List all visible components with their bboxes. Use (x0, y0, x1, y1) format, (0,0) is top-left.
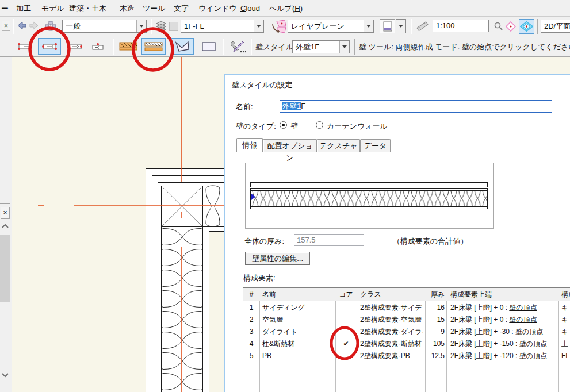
menu-item-6[interactable]: 文字 (174, 3, 189, 14)
cell-6: キ (561, 326, 570, 338)
table-row[interactable]: 3ダイライト2壁構成要素-ダイライト92F床梁 [上階] + -30 : 壁の頂… (243, 326, 570, 338)
table-row[interactable]: 5PB2壁構成要素-PB12.52F床梁 [上階] + -120 : 壁の頂点F… (243, 350, 570, 362)
chevron-down-icon[interactable] (2, 373, 9, 378)
chevron-down-icon[interactable] (339, 41, 349, 53)
header-5: 構成要素上端 (450, 288, 557, 301)
radio-curtain-wall[interactable] (316, 121, 323, 129)
total-thickness-field[interactable]: 157.5 (294, 234, 364, 246)
cell-1: サイディング (262, 302, 334, 314)
wall-tool-mode-bar: 壁スタイル: 外壁1F 壁 ツール: 両側線作成 モード. 壁の始点でクリックし… (0, 36, 570, 57)
wall-mode-both-lines-icon[interactable] (38, 38, 61, 55)
core-checkmark (335, 326, 357, 338)
core-checkmark (335, 302, 357, 314)
cell-top-bound: 2F床梁 [上階] + -150 : 壁の頂点 (450, 338, 557, 350)
cell-0: 4 (243, 338, 259, 350)
radio-wall[interactable] (280, 121, 287, 129)
plane-combo[interactable]: レイヤプレーン (288, 20, 374, 33)
palette-close-button[interactable]: × (1, 207, 10, 219)
magnifier-icon[interactable] (494, 21, 503, 31)
cell-4: 16 (426, 302, 445, 314)
flyover-icon[interactable] (519, 19, 534, 34)
menu-item-7[interactable]: ウインドウ (198, 3, 237, 14)
menu-item-8[interactable]: Cloud (240, 3, 260, 14)
layers-icon[interactable] (155, 20, 167, 32)
tool-preferences-icon[interactable] (227, 38, 248, 55)
tab-3[interactable]: データ (360, 139, 391, 152)
chevron-up-icon[interactable] (2, 224, 9, 228)
saved-view-value: 一般 (63, 21, 136, 32)
top-bound-link: 壁の頂点 (509, 316, 537, 324)
tab-2[interactable]: テクスチャ (317, 139, 360, 152)
menu-item-3[interactable]: 建築・土木 (69, 3, 106, 14)
cell-0: 2 (243, 314, 259, 326)
cell-6: キ (561, 314, 570, 326)
table-row[interactable]: 2空気層2壁構成要素-空気層152F床梁 [上階] + 0 : 壁の頂点キ (243, 314, 570, 326)
scale-input[interactable]: 1:100 (433, 20, 489, 32)
polygon-mode-icon[interactable] (171, 38, 194, 55)
forward-arrow-icon[interactable] (29, 21, 40, 30)
chevron-down-icon[interactable] (254, 20, 263, 32)
header-3: クラス (360, 288, 423, 301)
separator (411, 19, 411, 34)
separator (354, 39, 355, 55)
wall-mode-right-line-icon[interactable] (64, 38, 85, 55)
wall-mode-left-line-icon[interactable] (15, 38, 36, 55)
chevron-down-icon[interactable] (396, 20, 405, 33)
menu-item-4[interactable]: 木造 (120, 3, 135, 14)
layer-value: 1F-FL (181, 22, 254, 30)
name-selected-text: 外壁1 (282, 102, 301, 110)
cell-3: 2壁構成要素-空気層 (360, 314, 423, 326)
tab-baseline (225, 152, 570, 152)
edit-wall-attributes-button[interactable]: 壁属性の編集... (245, 252, 310, 265)
header-1: 名前 (262, 288, 334, 301)
wall-style-label: 壁スタイル: (255, 42, 296, 52)
core-checkmark: ✔ (335, 338, 357, 350)
radio-curtain-wall-label: カーテンウォール (327, 121, 388, 132)
plan-rotation-icon[interactable] (504, 20, 518, 33)
table-row[interactable]: 4柱&断熱材✔2壁構成要素-断熱材1052F床梁 [上階] + -150 : 壁… (243, 338, 570, 350)
tab-1[interactable]: 配置オプション (263, 139, 317, 152)
toolbar-close-button[interactable]: × (2, 21, 10, 31)
menu-item-1[interactable]: 加工 (16, 3, 31, 14)
layer-combo[interactable]: 1F-FL (181, 20, 264, 33)
cell-1: 柱&断熱材 (262, 338, 334, 350)
top-bound-offset: 2F床梁 [上階] + 0 : (450, 303, 509, 312)
chevron-down-icon[interactable] (136, 20, 146, 32)
chevron-down-icon[interactable] (364, 20, 373, 32)
wall-component-split-mode-icon[interactable] (141, 38, 166, 55)
view-toolbar: × 一般 1F-FL (0, 17, 570, 36)
rectangle-mode-icon[interactable] (198, 38, 219, 55)
view-mode-combo[interactable]: 2D/平面 (541, 20, 570, 33)
wall-preview (245, 163, 494, 229)
table-row[interactable]: 1サイディング2壁構成要素-サイディング162F床梁 [上階] + 0 : 壁の… (243, 302, 570, 314)
name-input[interactable]: 外壁1F (280, 100, 552, 113)
tab-0[interactable]: 情報 (236, 138, 263, 152)
wall-type-label: 壁のタイプ: (236, 121, 276, 132)
wall-component-mode-icon[interactable] (117, 38, 140, 55)
menu-item-0[interactable]: ー (1, 3, 9, 14)
top-bound-offset: 2F床梁 [上階] + 0 : (450, 316, 509, 324)
separator (113, 39, 113, 55)
palette-scrollbar[interactable] (0, 235, 10, 302)
rotate-plan-icon[interactable] (271, 19, 287, 34)
sheet-icon[interactable] (380, 19, 395, 33)
menu-item-2[interactable]: モデル (41, 3, 64, 14)
menu-item-5[interactable]: ツール (143, 3, 166, 14)
total-thickness-label: 全体の厚み: (244, 236, 284, 247)
radio-wall-label: 壁 (290, 121, 298, 132)
total-thickness-note: （構成要素の合計値） (393, 236, 468, 247)
hierarchy-icon[interactable] (45, 21, 56, 31)
core-checkmark (335, 350, 357, 362)
components-label: 構成要素: (243, 273, 276, 283)
components-table[interactable]: #名前コアクラス厚み構成要素上端構成要素下端1サイディング2壁構成要素-サイディ… (243, 287, 570, 392)
cell-top-bound: 2F床梁 [上階] + 0 : 壁の頂点 (450, 302, 557, 314)
menu-item-9[interactable]: ヘルプ(H) (269, 3, 303, 14)
wall-style-combo[interactable]: 外壁1F (292, 40, 350, 53)
cell-4: 15 (426, 314, 445, 326)
wall-mode-center-line-icon[interactable] (87, 38, 108, 55)
saved-view-combo[interactable]: 一般 (62, 20, 147, 33)
table-header: #名前コアクラス厚み構成要素上端構成要素下端 (243, 288, 570, 301)
sheet-dropdown[interactable] (396, 19, 406, 33)
back-arrow-icon[interactable] (16, 21, 27, 30)
separator (537, 19, 538, 34)
